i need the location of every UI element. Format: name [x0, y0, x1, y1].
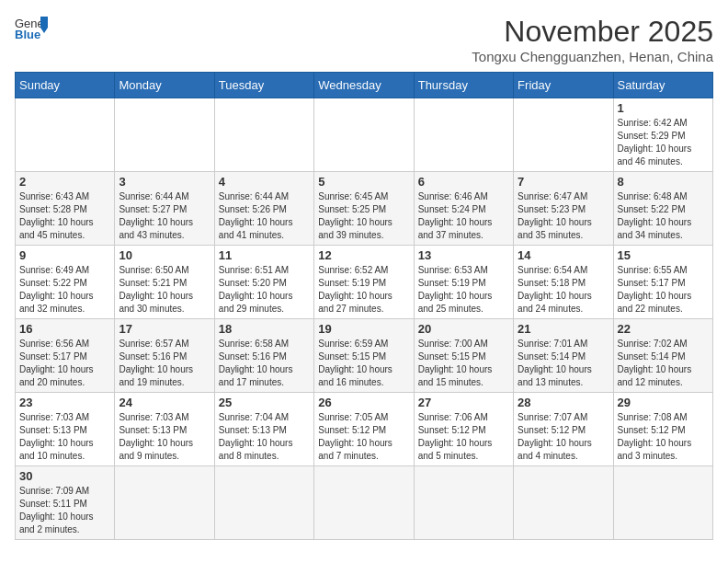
- header-saturday: Saturday: [613, 73, 712, 98]
- day-info: Sunrise: 6:56 AM Sunset: 5:17 PM Dayligh…: [19, 338, 110, 389]
- day-number: 16: [19, 322, 110, 336]
- calendar-cell: 27Sunrise: 7:06 AM Sunset: 5:12 PM Dayli…: [414, 393, 513, 466]
- calendar-cell: 26Sunrise: 7:05 AM Sunset: 5:12 PM Dayli…: [314, 393, 414, 466]
- day-info: Sunrise: 7:01 AM Sunset: 5:14 PM Dayligh…: [518, 338, 609, 389]
- calendar-cell: 24Sunrise: 7:03 AM Sunset: 5:13 PM Dayli…: [115, 393, 214, 466]
- day-info: Sunrise: 6:44 AM Sunset: 5:26 PM Dayligh…: [219, 190, 310, 242]
- day-number: 3: [119, 175, 210, 189]
- calendar-row: 2Sunrise: 6:43 AM Sunset: 5:28 PM Daylig…: [16, 172, 713, 246]
- day-number: 13: [418, 248, 509, 262]
- day-number: 22: [618, 322, 709, 336]
- calendar-cell: 3Sunrise: 6:44 AM Sunset: 5:27 PM Daylig…: [115, 172, 214, 246]
- header: General Blue November 2025 Tongxu Chengg…: [15, 15, 713, 64]
- day-number: 11: [219, 248, 310, 262]
- calendar-cell: [314, 466, 414, 540]
- calendar-cell: [613, 466, 712, 540]
- day-info: Sunrise: 7:04 AM Sunset: 5:13 PM Dayligh…: [219, 411, 310, 463]
- day-number: 24: [119, 396, 210, 409]
- day-number: 6: [418, 175, 509, 189]
- day-info: Sunrise: 6:55 AM Sunset: 5:17 PM Dayligh…: [618, 264, 709, 316]
- day-number: 25: [219, 396, 310, 409]
- day-number: 4: [219, 175, 310, 189]
- calendar-cell: [16, 98, 115, 172]
- day-number: 23: [19, 396, 110, 409]
- day-number: 8: [618, 175, 709, 189]
- day-info: Sunrise: 6:51 AM Sunset: 5:20 PM Dayligh…: [219, 264, 310, 316]
- calendar-row: 30Sunrise: 7:09 AM Sunset: 5:11 PM Dayli…: [16, 466, 713, 540]
- calendar: Sunday Monday Tuesday Wednesday Thursday…: [15, 72, 713, 540]
- calendar-cell: 25Sunrise: 7:04 AM Sunset: 5:13 PM Dayli…: [214, 393, 313, 466]
- calendar-cell: 22Sunrise: 7:02 AM Sunset: 5:14 PM Dayli…: [613, 319, 712, 393]
- calendar-cell: 17Sunrise: 6:57 AM Sunset: 5:16 PM Dayli…: [115, 319, 214, 393]
- day-number: 29: [618, 396, 709, 409]
- day-number: 7: [518, 175, 609, 189]
- title-area: November 2025 Tongxu Chengguanzhen, Hena…: [472, 15, 713, 64]
- day-info: Sunrise: 6:44 AM Sunset: 5:27 PM Dayligh…: [119, 190, 210, 242]
- calendar-cell: [314, 98, 414, 172]
- calendar-cell: [214, 98, 313, 172]
- day-number: 18: [219, 322, 310, 336]
- day-number: 1: [618, 101, 709, 115]
- header-tuesday: Tuesday: [214, 73, 313, 98]
- day-info: Sunrise: 6:43 AM Sunset: 5:28 PM Dayligh…: [19, 190, 110, 242]
- day-info: Sunrise: 6:42 AM Sunset: 5:29 PM Dayligh…: [618, 117, 709, 168]
- location-subtitle: Tongxu Chengguanzhen, Henan, China: [472, 49, 713, 64]
- day-info: Sunrise: 7:02 AM Sunset: 5:14 PM Dayligh…: [618, 338, 709, 389]
- header-sunday: Sunday: [16, 73, 115, 98]
- month-title: November 2025: [472, 15, 713, 49]
- day-info: Sunrise: 7:05 AM Sunset: 5:12 PM Dayligh…: [318, 411, 409, 463]
- day-number: 26: [318, 396, 409, 409]
- calendar-cell: [514, 466, 613, 540]
- calendar-cell: 13Sunrise: 6:53 AM Sunset: 5:19 PM Dayli…: [414, 246, 513, 319]
- day-info: Sunrise: 7:09 AM Sunset: 5:11 PM Dayligh…: [19, 485, 110, 536]
- day-number: 28: [518, 396, 609, 409]
- calendar-cell: 7Sunrise: 6:47 AM Sunset: 5:23 PM Daylig…: [514, 172, 613, 246]
- day-info: Sunrise: 6:48 AM Sunset: 5:22 PM Dayligh…: [618, 190, 709, 242]
- day-number: 5: [318, 175, 409, 189]
- calendar-row: 1Sunrise: 6:42 AM Sunset: 5:29 PM Daylig…: [16, 98, 713, 172]
- day-info: Sunrise: 6:53 AM Sunset: 5:19 PM Dayligh…: [418, 264, 509, 316]
- day-info: Sunrise: 6:49 AM Sunset: 5:22 PM Dayligh…: [19, 264, 110, 316]
- logo: General Blue: [15, 15, 48, 40]
- day-number: 9: [19, 248, 110, 262]
- day-info: Sunrise: 6:57 AM Sunset: 5:16 PM Dayligh…: [119, 338, 210, 389]
- svg-text:Blue: Blue: [15, 28, 40, 40]
- header-thursday: Thursday: [414, 73, 513, 98]
- calendar-cell: 11Sunrise: 6:51 AM Sunset: 5:20 PM Dayli…: [214, 246, 313, 319]
- day-info: Sunrise: 7:08 AM Sunset: 5:12 PM Dayligh…: [618, 411, 709, 463]
- calendar-cell: 2Sunrise: 6:43 AM Sunset: 5:28 PM Daylig…: [16, 172, 115, 246]
- calendar-row: 16Sunrise: 6:56 AM Sunset: 5:17 PM Dayli…: [16, 319, 713, 393]
- day-info: Sunrise: 6:52 AM Sunset: 5:19 PM Dayligh…: [318, 264, 409, 316]
- calendar-cell: 16Sunrise: 6:56 AM Sunset: 5:17 PM Dayli…: [16, 319, 115, 393]
- calendar-cell: 28Sunrise: 7:07 AM Sunset: 5:12 PM Dayli…: [514, 393, 613, 466]
- day-info: Sunrise: 6:47 AM Sunset: 5:23 PM Dayligh…: [518, 190, 609, 242]
- day-info: Sunrise: 7:03 AM Sunset: 5:13 PM Dayligh…: [119, 411, 210, 463]
- calendar-cell: 8Sunrise: 6:48 AM Sunset: 5:22 PM Daylig…: [613, 172, 712, 246]
- calendar-cell: 29Sunrise: 7:08 AM Sunset: 5:12 PM Dayli…: [613, 393, 712, 466]
- calendar-cell: 9Sunrise: 6:49 AM Sunset: 5:22 PM Daylig…: [16, 246, 115, 319]
- calendar-cell: 5Sunrise: 6:45 AM Sunset: 5:25 PM Daylig…: [314, 172, 414, 246]
- day-number: 15: [618, 248, 709, 262]
- calendar-cell: 23Sunrise: 7:03 AM Sunset: 5:13 PM Dayli…: [16, 393, 115, 466]
- calendar-cell: [214, 466, 313, 540]
- calendar-cell: 10Sunrise: 6:50 AM Sunset: 5:21 PM Dayli…: [115, 246, 214, 319]
- calendar-cell: 4Sunrise: 6:44 AM Sunset: 5:26 PM Daylig…: [214, 172, 313, 246]
- day-info: Sunrise: 7:03 AM Sunset: 5:13 PM Dayligh…: [19, 411, 110, 463]
- day-info: Sunrise: 7:07 AM Sunset: 5:12 PM Dayligh…: [518, 411, 609, 463]
- day-number: 2: [19, 175, 110, 189]
- day-info: Sunrise: 7:00 AM Sunset: 5:15 PM Dayligh…: [418, 338, 509, 389]
- calendar-cell: 1Sunrise: 6:42 AM Sunset: 5:29 PM Daylig…: [613, 98, 712, 172]
- day-number: 27: [418, 396, 509, 409]
- day-info: Sunrise: 7:06 AM Sunset: 5:12 PM Dayligh…: [418, 411, 509, 463]
- day-info: Sunrise: 6:45 AM Sunset: 5:25 PM Dayligh…: [318, 190, 409, 242]
- day-info: Sunrise: 6:54 AM Sunset: 5:18 PM Dayligh…: [518, 264, 609, 316]
- day-number: 19: [318, 322, 409, 336]
- calendar-cell: 18Sunrise: 6:58 AM Sunset: 5:16 PM Dayli…: [214, 319, 313, 393]
- calendar-cell: 12Sunrise: 6:52 AM Sunset: 5:19 PM Dayli…: [314, 246, 414, 319]
- day-number: 10: [119, 248, 210, 262]
- calendar-cell: [115, 466, 214, 540]
- calendar-cell: 15Sunrise: 6:55 AM Sunset: 5:17 PM Dayli…: [613, 246, 712, 319]
- day-info: Sunrise: 6:50 AM Sunset: 5:21 PM Dayligh…: [119, 264, 210, 316]
- calendar-cell: 6Sunrise: 6:46 AM Sunset: 5:24 PM Daylig…: [414, 172, 513, 246]
- calendar-cell: 14Sunrise: 6:54 AM Sunset: 5:18 PM Dayli…: [514, 246, 613, 319]
